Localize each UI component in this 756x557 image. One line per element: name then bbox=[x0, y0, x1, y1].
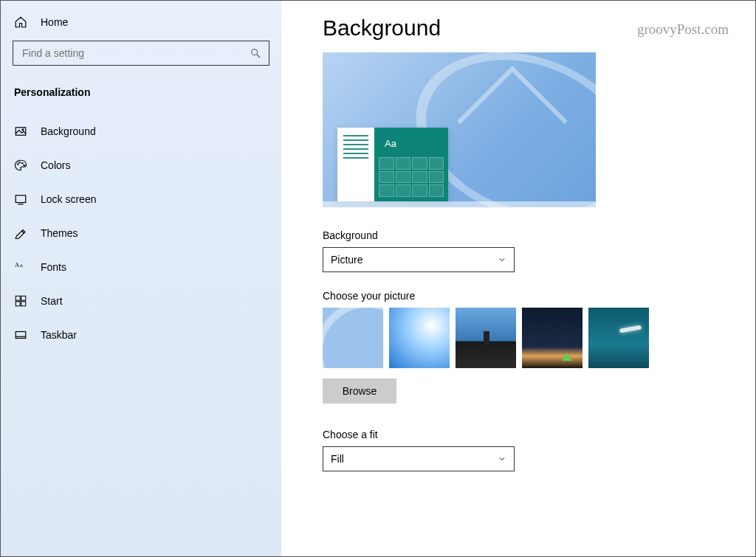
svg-point-6 bbox=[24, 165, 25, 166]
fit-dropdown-value: Fill bbox=[331, 453, 344, 465]
chevron-down-icon bbox=[498, 454, 506, 463]
lock-screen-icon bbox=[14, 193, 27, 206]
category-label: Personalization bbox=[10, 79, 272, 114]
sidebar-item-start[interactable]: Start bbox=[10, 284, 272, 318]
sidebar-item-label: Taskbar bbox=[41, 329, 77, 341]
sidebar-item-lock-screen[interactable]: Lock screen bbox=[10, 182, 272, 216]
search-input[interactable] bbox=[22, 47, 250, 59]
sidebar: Home Personalization Background Colors bbox=[1, 1, 281, 556]
start-icon bbox=[14, 294, 27, 308]
sidebar-item-themes[interactable]: Themes bbox=[10, 216, 272, 250]
sidebar-item-taskbar[interactable]: Taskbar bbox=[10, 318, 272, 352]
background-preview bbox=[323, 52, 596, 207]
browse-button[interactable]: Browse bbox=[323, 378, 396, 404]
svg-point-2 bbox=[22, 129, 24, 131]
svg-point-4 bbox=[19, 162, 21, 164]
picture-icon bbox=[14, 125, 27, 138]
search-icon bbox=[250, 47, 261, 59]
picture-thumb-4[interactable] bbox=[522, 308, 583, 368]
sidebar-item-label: Background bbox=[41, 125, 96, 137]
svg-rect-13 bbox=[21, 302, 26, 306]
sidebar-item-label: Lock screen bbox=[41, 193, 96, 205]
sidebar-item-background[interactable]: Background bbox=[10, 114, 272, 148]
fonts-icon: AA bbox=[14, 260, 27, 274]
palette-icon bbox=[14, 159, 27, 172]
picture-thumb-3[interactable] bbox=[456, 308, 516, 368]
home-label: Home bbox=[41, 16, 68, 28]
main-content: groovyPost.com Background Background Pic… bbox=[281, 1, 755, 556]
svg-point-0 bbox=[252, 49, 258, 55]
picture-thumb-2[interactable] bbox=[389, 308, 450, 368]
themes-icon bbox=[14, 226, 27, 240]
background-dropdown-value: Picture bbox=[331, 254, 363, 266]
picture-thumb-5[interactable] bbox=[588, 308, 649, 368]
home-icon bbox=[14, 15, 27, 29]
picture-thumbnails bbox=[323, 308, 714, 368]
choose-picture-label: Choose your picture bbox=[323, 290, 714, 302]
watermark: groovyPost.com bbox=[637, 21, 729, 38]
svg-text:A: A bbox=[15, 261, 20, 269]
sidebar-item-label: Themes bbox=[41, 227, 78, 239]
svg-rect-14 bbox=[16, 332, 26, 339]
home-link[interactable]: Home bbox=[10, 13, 272, 39]
fit-label: Choose a fit bbox=[323, 429, 714, 440]
chevron-down-icon bbox=[498, 255, 506, 264]
sidebar-item-fonts[interactable]: AA Fonts bbox=[10, 250, 272, 284]
sidebar-item-label: Fonts bbox=[41, 261, 66, 273]
svg-rect-10 bbox=[16, 296, 20, 300]
svg-rect-12 bbox=[16, 302, 20, 306]
background-dropdown[interactable]: Picture bbox=[323, 247, 515, 272]
search-input-wrapper[interactable] bbox=[13, 41, 269, 66]
svg-point-5 bbox=[22, 162, 24, 164]
taskbar-icon bbox=[14, 328, 27, 342]
svg-rect-11 bbox=[21, 296, 26, 300]
svg-point-3 bbox=[18, 164, 19, 165]
picture-thumb-1[interactable] bbox=[323, 308, 383, 368]
sidebar-item-label: Colors bbox=[41, 159, 70, 171]
fit-dropdown[interactable]: Fill bbox=[323, 446, 515, 471]
sidebar-item-label: Start bbox=[41, 295, 63, 307]
svg-text:A: A bbox=[20, 263, 24, 268]
svg-rect-7 bbox=[16, 196, 26, 203]
background-dropdown-label: Background bbox=[323, 229, 714, 241]
sidebar-item-colors[interactable]: Colors bbox=[10, 148, 272, 182]
